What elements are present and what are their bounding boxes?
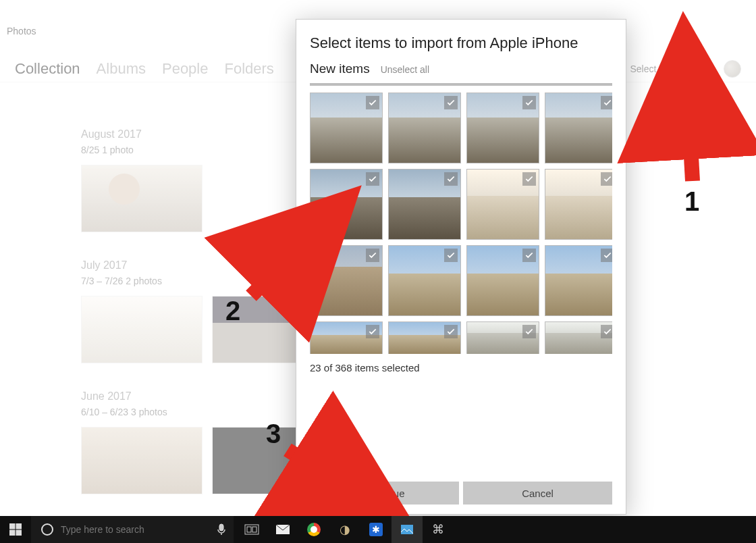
import-icon <box>668 63 680 75</box>
taskbar: ◑ ✱ ⌘ <box>0 516 756 543</box>
check-icon <box>366 325 379 338</box>
check-icon <box>444 249 458 262</box>
dialog-subtitle: New items <box>310 61 370 76</box>
svg-point-7 <box>42 524 53 535</box>
collection-photo[interactable] <box>81 427 202 494</box>
unselect-all-link[interactable]: Unselect all <box>381 64 429 75</box>
selection-status: 23 of 368 items selected <box>310 362 612 373</box>
import-grid <box>310 93 612 354</box>
check-icon <box>522 172 536 186</box>
import-item[interactable] <box>466 245 539 316</box>
app-icon[interactable]: ⌘ <box>423 516 454 543</box>
collection-photo[interactable] <box>81 296 202 363</box>
start-button[interactable] <box>0 516 31 543</box>
import-item[interactable] <box>388 245 461 316</box>
check-icon <box>601 325 612 338</box>
task-view-icon[interactable] <box>236 516 267 543</box>
svg-rect-3 <box>9 523 15 529</box>
gimp-icon[interactable]: ◑ <box>329 516 360 543</box>
settings-icon[interactable]: ✱ <box>360 516 392 543</box>
app-title: Photos <box>7 26 36 36</box>
svg-rect-13 <box>401 525 413 534</box>
photos-app-icon[interactable] <box>392 516 423 543</box>
import-item[interactable] <box>310 245 383 316</box>
svg-rect-8 <box>219 524 223 531</box>
check-icon <box>444 325 458 338</box>
import-item[interactable] <box>310 321 383 354</box>
check-icon <box>522 96 536 109</box>
tab-folders[interactable]: Folders <box>224 60 273 78</box>
chrome-icon[interactable] <box>298 516 329 543</box>
windows-icon <box>9 523 22 536</box>
check-icon <box>522 325 536 338</box>
import-item[interactable] <box>388 169 461 240</box>
import-button[interactable]: Import <box>668 63 711 75</box>
tab-people[interactable]: People <box>162 60 209 78</box>
dialog-title: Select items to import from Apple iPhone <box>310 34 612 52</box>
check-icon <box>601 249 612 262</box>
check-icon <box>522 249 536 262</box>
continue-button[interactable]: Continue <box>310 482 459 505</box>
taskbar-search[interactable] <box>31 516 234 543</box>
tab-albums[interactable]: Albums <box>97 60 146 78</box>
import-item[interactable] <box>388 93 461 163</box>
import-dialog: Select items to import from Apple iPhone… <box>296 19 626 515</box>
svg-rect-10 <box>247 527 251 532</box>
avatar[interactable] <box>724 60 741 78</box>
import-item[interactable] <box>310 93 383 163</box>
import-item[interactable] <box>545 169 612 240</box>
import-item[interactable] <box>466 93 539 163</box>
import-item[interactable] <box>466 169 539 240</box>
check-icon <box>366 96 379 109</box>
svg-rect-11 <box>252 527 256 532</box>
check-icon <box>601 172 612 186</box>
import-item[interactable] <box>545 321 612 354</box>
svg-rect-5 <box>9 530 15 536</box>
check-icon <box>366 172 379 186</box>
import-item[interactable] <box>388 321 461 354</box>
import-item[interactable] <box>466 321 539 354</box>
cortana-icon <box>34 523 61 536</box>
mail-icon[interactable] <box>267 516 298 543</box>
svg-rect-6 <box>16 530 22 536</box>
separator <box>310 83 612 86</box>
import-label: Import <box>684 63 711 74</box>
import-item[interactable] <box>545 93 612 163</box>
select-button[interactable]: Select <box>630 63 656 74</box>
tab-collection[interactable]: Collection <box>15 60 80 78</box>
check-icon <box>366 249 379 262</box>
check-icon <box>444 96 458 109</box>
import-item[interactable] <box>310 169 383 240</box>
mic-icon[interactable] <box>209 516 234 543</box>
check-icon <box>444 172 458 186</box>
svg-rect-4 <box>16 523 22 529</box>
import-item[interactable] <box>545 245 612 316</box>
search-input[interactable] <box>61 524 209 535</box>
check-icon <box>601 96 612 109</box>
collection-photo[interactable] <box>81 165 202 232</box>
cancel-button[interactable]: Cancel <box>463 482 612 505</box>
